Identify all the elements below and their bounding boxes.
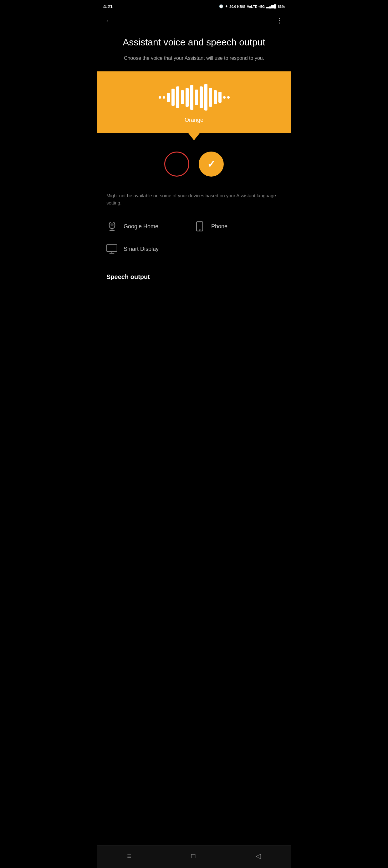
waveform bbox=[159, 84, 230, 111]
battery: 83% bbox=[278, 5, 285, 8]
back-button[interactable]: ← bbox=[103, 15, 114, 27]
bluetooth-icon: ✦ bbox=[225, 4, 228, 8]
wave-bar-1 bbox=[167, 93, 170, 102]
top-nav: ← ⋮ bbox=[97, 11, 291, 33]
signal-icon: ▂▄▆█ bbox=[266, 4, 276, 8]
svg-rect-12 bbox=[107, 245, 117, 251]
google-home-label-2: Google Home bbox=[124, 223, 158, 230]
speaker-icon-2 bbox=[106, 222, 117, 231]
network-speed: 20.0 KB/S bbox=[229, 5, 245, 8]
voice-name: Orange bbox=[185, 117, 203, 123]
wave-bar-9 bbox=[204, 84, 207, 111]
wave-bar-10 bbox=[209, 88, 212, 107]
wave-bar-7 bbox=[195, 90, 198, 105]
svg-point-11 bbox=[199, 229, 200, 230]
wave-dot-2 bbox=[163, 96, 165, 99]
color-option-orange[interactable]: ✓ bbox=[199, 152, 224, 177]
page-title: Assistant voice and speech output bbox=[106, 36, 282, 48]
more-button[interactable]: ⋮ bbox=[274, 15, 285, 26]
svg-point-6 bbox=[110, 223, 114, 226]
page-title-section: Assistant voice and speech output Choose… bbox=[97, 33, 291, 71]
connection-type: VoLTE +5G bbox=[247, 5, 265, 8]
device-row-1: Google Home Phone bbox=[97, 216, 291, 237]
wave-dot-1 bbox=[159, 96, 161, 99]
display-icon bbox=[106, 244, 117, 254]
phone-label: Phone bbox=[211, 223, 227, 230]
speech-output-section: Speech output bbox=[97, 267, 291, 290]
wave-bar-8 bbox=[200, 86, 203, 108]
wave-bar-11 bbox=[214, 90, 217, 104]
status-bar: 4:21 🕐 ✦ 20.0 KB/S VoLTE +5G ▂▄▆█ 83% bbox=[97, 0, 291, 11]
status-icons: 🕐 ✦ 20.0 KB/S VoLTE +5G ▂▄▆█ 83% bbox=[219, 4, 285, 8]
smart-display-label: Smart Display bbox=[124, 246, 159, 252]
wave-bar-5 bbox=[186, 88, 189, 107]
voice-section: Orange bbox=[97, 71, 291, 133]
wave-dot-3 bbox=[223, 96, 226, 99]
alarm-icon: 🕐 bbox=[219, 4, 223, 8]
page-subtitle: Choose the voice that your Assistant wil… bbox=[106, 55, 282, 62]
wave-bar-3 bbox=[176, 86, 179, 108]
selected-checkmark: ✓ bbox=[207, 158, 216, 170]
wave-dot-4 bbox=[227, 96, 230, 99]
speech-output-title: Speech output bbox=[106, 273, 282, 281]
device-smart-display[interactable]: Smart Display bbox=[106, 239, 282, 259]
device-phone[interactable]: Phone bbox=[194, 216, 282, 237]
wave-bar-2 bbox=[171, 89, 174, 106]
color-selector: ✓ bbox=[97, 133, 291, 186]
device-google-home-row[interactable]: Google Home bbox=[106, 216, 194, 237]
color-option-red[interactable] bbox=[164, 152, 189, 177]
phone-icon bbox=[194, 221, 205, 231]
availability-note: Might not be available on some of your d… bbox=[97, 186, 291, 216]
status-time: 4:21 bbox=[103, 4, 112, 9]
device-row-2: Smart Display bbox=[97, 237, 291, 267]
wave-bar-4 bbox=[181, 90, 184, 104]
wave-bar-6 bbox=[190, 85, 193, 110]
availability-text: Might not be available on some of your d… bbox=[106, 192, 282, 206]
triangle-pointer bbox=[188, 132, 200, 140]
wave-bar-12 bbox=[218, 92, 222, 103]
